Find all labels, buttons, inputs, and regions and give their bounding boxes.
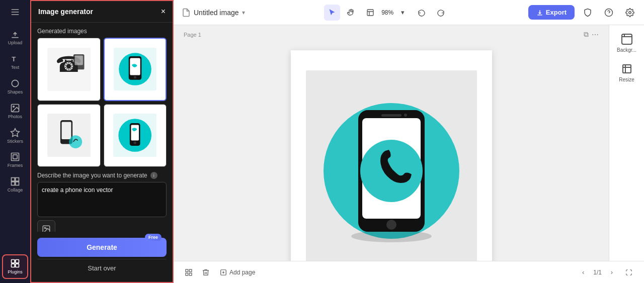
background-label: Backgr... [617,47,636,53]
page-label-actions: ⧉ ⋯ [584,30,599,39]
svg-rect-38 [367,10,373,16]
document-title: Untitled image [194,9,239,17]
svg-point-37 [44,227,45,228]
svg-rect-16 [12,264,15,267]
describe-section: Describe the image you want to generate … [37,172,167,232]
page-more-button[interactable]: ⋯ [592,30,599,39]
bottom-bar-right: ‹ 1/1 › [576,265,636,279]
panel-body: Generated images ☎ [31,23,173,232]
generated-image-3[interactable] [37,104,101,167]
sidebar-item-upload[interactable]: Upload [2,26,28,49]
svg-rect-34 [131,125,139,141]
sidebar-item-collage[interactable]: Collage [2,173,28,196]
generated-image-4[interactable] [104,104,167,167]
sidebar-item-text[interactable]: T Text [2,51,28,73]
svg-rect-46 [381,114,401,117]
topbar-title-group: Untitled image ▾ [182,8,245,17]
add-page-label: Add page [229,269,255,276]
free-badge: Free [145,234,162,241]
sidebar-item-frames[interactable]: Frames [2,149,28,171]
svg-point-35 [134,141,136,144]
image-upload-button[interactable] [37,220,55,232]
generate-button-wrap: Free Generate [37,238,167,257]
svg-rect-10 [12,178,15,181]
svg-rect-55 [186,273,188,275]
svg-rect-1 [12,12,19,13]
page-copy-button[interactable]: ⧉ [584,30,589,39]
generated-images-label: Generated images [37,28,167,35]
sidebar-item-shapes[interactable]: Shapes [2,75,28,98]
svg-text:T: T [12,55,16,63]
resize-panel-item[interactable]: Resize [612,60,641,85]
generated-image-1[interactable]: ☎ [37,38,101,101]
sidebar-item-plugins[interactable]: Plugins [2,254,28,279]
canvas-row: Page 1 ⧉ ⋯ [174,25,644,261]
sidebar-item-photos-label: Photos [8,115,22,120]
describe-label: Describe the image you want to generate [37,172,147,179]
delete-page-button[interactable] [199,265,213,279]
svg-point-48 [386,220,396,230]
resize-label: Resize [619,77,634,82]
prompt-textarea[interactable]: create a phone icon vector [37,182,167,217]
image-generator-panel: Image generator × Generated images ☎ [30,0,174,283]
redo-button[interactable] [433,5,449,21]
svg-rect-11 [16,178,19,181]
sidebar-item-text-label: Text [11,65,20,70]
panel-footer: Free Generate Start over [31,232,173,282]
undo-button[interactable] [414,5,430,21]
shield-icon-button[interactable] [580,5,596,21]
sidebar-item-stickers-label: Stickers [7,139,23,144]
sidebar-item-frames-label: Frames [8,163,23,168]
sidebar-item-shapes-label: Shapes [8,90,23,95]
svg-rect-9 [13,155,17,159]
zoom-value: 98% [381,9,393,16]
title-chevron[interactable]: ▾ [242,9,245,16]
page-info: 1/1 [593,269,602,276]
svg-marker-7 [11,128,20,136]
sidebar: Upload T Text Shapes Photos Stickers Fra… [0,0,30,283]
svg-point-6 [13,106,14,108]
select-tool-button[interactable] [324,5,340,21]
settings-icon-button[interactable] [622,5,638,21]
zoom-group: 98% ▾ [381,5,411,21]
bottom-bar-left: Add page [182,265,259,279]
next-page-button[interactable]: › [605,265,619,279]
topbar-tools: 98% ▾ [324,5,449,21]
zoom-chevron-button[interactable]: ▾ [394,5,411,21]
svg-rect-51 [622,34,632,44]
export-button[interactable]: Export [528,5,575,20]
pan-tool-button[interactable] [343,5,359,21]
sidebar-item-upload-label: Upload [8,41,23,46]
info-icon[interactable]: i [150,172,157,179]
images-grid: ☎ [37,38,167,167]
svg-rect-29 [61,122,71,139]
prev-page-button[interactable]: ‹ [576,265,590,279]
topbar: Untitled image ▾ 98% ▾ [174,0,644,25]
sidebar-item-menu[interactable] [2,4,28,20]
expand-button[interactable] [622,265,636,279]
add-page-button[interactable]: Add page [216,265,259,279]
sidebar-item-stickers[interactable]: Stickers [2,125,28,147]
grid-view-button[interactable] [182,265,196,279]
right-panel: Backgr... Resize [609,25,644,261]
panel-title: Image generator [38,8,93,16]
svg-rect-12 [12,182,15,185]
sidebar-item-photos[interactable]: Photos [2,100,28,123]
svg-point-26 [134,76,136,78]
background-panel-item[interactable]: Backgr... [612,30,641,56]
svg-point-4 [12,80,18,86]
layout-tool-button[interactable] [362,5,378,21]
svg-rect-21 [74,55,83,65]
svg-rect-56 [189,273,192,275]
generated-images-section: Generated images ☎ [37,28,167,167]
phone-illustration[interactable] [306,70,477,261]
svg-rect-53 [186,269,188,272]
svg-point-30 [69,135,82,148]
help-icon-button[interactable] [601,5,617,21]
page-label-row: Page 1 ⧉ ⋯ [174,30,609,39]
generated-image-2[interactable] [104,38,167,101]
panel-close-button[interactable]: × [161,7,166,16]
start-over-button[interactable]: Start over [37,259,167,277]
svg-point-50 [351,230,432,242]
svg-rect-0 [12,9,19,10]
